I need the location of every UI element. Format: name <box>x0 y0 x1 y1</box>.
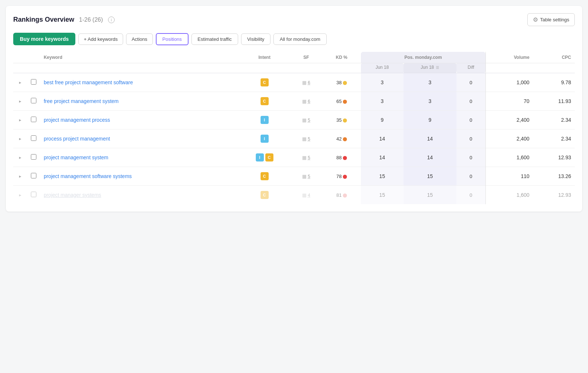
diff-header: Diff <box>456 63 485 73</box>
diff-value: 0 <box>470 136 472 142</box>
pos-a-value: 9 <box>381 117 384 123</box>
kd-cell: 42 <box>322 129 361 148</box>
kd-number: 35 <box>336 117 341 123</box>
sf-number: 6 <box>308 99 311 104</box>
checkbox-cell <box>27 186 40 205</box>
volume-header: Volume <box>485 52 533 63</box>
kd-dot <box>343 137 347 141</box>
pos-b-value: 15 <box>427 173 433 179</box>
keyword-cell: process project management <box>40 129 239 148</box>
checkbox-cell <box>27 129 40 148</box>
row-checkbox[interactable] <box>31 192 36 197</box>
sf-cell: ▦ 5 <box>290 129 322 148</box>
sf-cell: ▦ 5 <box>290 111 322 129</box>
pos-a-value: 14 <box>379 154 385 160</box>
pos-a-cell: 9 <box>361 111 403 129</box>
pos-b-value: 14 <box>427 136 433 142</box>
sf-cell: ▦ 5 <box>290 148 322 167</box>
table-settings-button[interactable]: ⚙ Table settings <box>527 13 575 26</box>
diff-value: 0 <box>470 99 472 104</box>
page-title: Rankings Overview 1-26 (26) <box>13 16 103 24</box>
info-icon[interactable]: i <box>108 17 115 23</box>
row-checkbox[interactable] <box>31 173 36 178</box>
pos-a-value: 3 <box>381 79 384 85</box>
tab-visibility[interactable]: Visibility <box>241 33 271 45</box>
expand-button[interactable]: ► <box>17 136 24 142</box>
table-subheader-row: Jun 18 Jun 18 ☰ Diff <box>13 63 575 73</box>
cpc-header: CPC <box>533 52 575 63</box>
table-row: ►free project management systemC▦ 665330… <box>13 92 575 111</box>
checkbox-cell <box>27 111 40 129</box>
sf-image-icon: ▦ <box>302 192 306 198</box>
expand-cell: ► <box>13 111 27 129</box>
pos-a-value: 15 <box>379 173 385 179</box>
pos-b-cell: 3 <box>404 73 457 92</box>
keyword-link[interactable]: best free project management software <box>44 79 133 85</box>
pos-a-cell: 15 <box>361 186 403 205</box>
row-checkbox[interactable] <box>31 79 36 85</box>
table-row: ►best free project management softwareC▦… <box>13 73 575 92</box>
cpc-cell: 12.93 <box>533 148 575 167</box>
add-keywords-button[interactable]: + Add keywords <box>78 33 123 45</box>
volume-cell: 1,000 <box>485 73 533 92</box>
expand-button[interactable]: ► <box>17 80 24 85</box>
cpc-cell: 9.78 <box>533 73 575 92</box>
kd-dot <box>343 156 347 160</box>
volume-cell: 1,600 <box>485 148 533 167</box>
keyword-header: Keyword <box>40 52 239 63</box>
buy-keywords-button[interactable]: Buy more keywords <box>13 33 75 45</box>
volume-cell: 2,400 <box>485 129 533 148</box>
diff-cell: 0 <box>456 129 485 148</box>
pos-b-value: 3 <box>429 98 431 104</box>
expand-cell: ► <box>13 92 27 111</box>
kd-number: 88 <box>336 155 341 160</box>
keyword-link[interactable]: project management system <box>44 154 108 160</box>
diff-cell: 0 <box>456 148 485 167</box>
cpc-cell: 11.93 <box>533 92 575 111</box>
cpc-cell: 2.34 <box>533 129 575 148</box>
volume-cell: 2,400 <box>485 111 533 129</box>
expand-button[interactable]: ► <box>17 99 24 104</box>
cpc-cell: 13.26 <box>533 167 575 186</box>
expand-cell: ► <box>13 148 27 167</box>
gear-icon: ⚙ <box>533 16 538 23</box>
volume-cell: 110 <box>485 167 533 186</box>
pos-b-cell: 15 <box>404 186 457 205</box>
sf-image-icon: ▦ <box>302 174 306 179</box>
sf-image-icon: ▦ <box>302 155 306 160</box>
pos-a-cell: 15 <box>361 167 403 186</box>
keyword-link[interactable]: project manager systems <box>44 192 101 198</box>
pos-b-cell: 9 <box>404 111 457 129</box>
keyword-cell: project management system <box>40 148 239 167</box>
keyword-cell: best free project management software <box>40 73 239 92</box>
cpc-value: 13.26 <box>558 173 571 179</box>
intent-badge: I <box>256 153 264 161</box>
tab-positions[interactable]: Positions <box>156 33 189 45</box>
tab-all-for-monday[interactable]: All for monday.com <box>273 33 326 45</box>
expand-cell: ► <box>13 186 27 205</box>
row-checkbox[interactable] <box>31 154 36 160</box>
sf-number: 5 <box>308 174 311 179</box>
keyword-link[interactable]: free project management system <box>44 98 119 104</box>
row-checkbox[interactable] <box>31 98 36 103</box>
actions-button[interactable]: Actions <box>126 33 153 45</box>
cpc-cell: 2.34 <box>533 111 575 129</box>
row-checkbox[interactable] <box>31 117 36 122</box>
expand-button[interactable]: ► <box>17 155 24 160</box>
keyword-link[interactable]: project management software systems <box>44 173 132 179</box>
table-row: ►project management processI▦ 5359902,40… <box>13 111 575 129</box>
sf-image-icon: ▦ <box>302 136 306 142</box>
expand-button[interactable]: ► <box>17 117 24 123</box>
row-checkbox[interactable] <box>31 135 36 141</box>
expand-button[interactable]: ► <box>17 174 24 179</box>
expand-button[interactable]: ► <box>17 192 24 198</box>
sf-image-icon: ▦ <box>302 80 306 85</box>
table-header-row: Keyword Intent SF KD % Pos. monday.com V… <box>13 52 575 63</box>
volume-value: 110 <box>521 173 529 179</box>
intent-cell: C <box>239 167 290 186</box>
pos-a-value: 14 <box>379 136 385 142</box>
keyword-link[interactable]: project management process <box>44 117 110 123</box>
keyword-link[interactable]: process project management <box>44 136 110 142</box>
pos-a-value: 15 <box>379 192 385 198</box>
tab-estimated-traffic[interactable]: Estimated traffic <box>191 33 238 45</box>
